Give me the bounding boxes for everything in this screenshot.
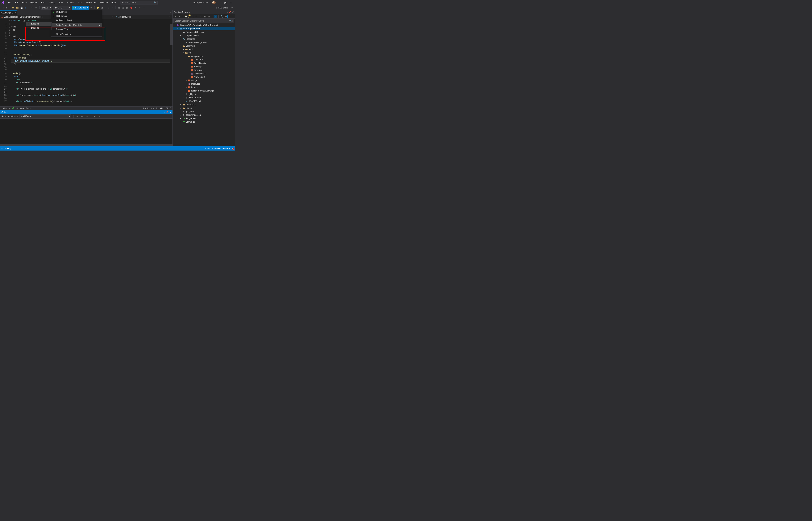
menu-project[interactable]: Project <box>29 1 39 4</box>
expand-toggle[interactable]: ▸ <box>180 121 182 123</box>
redo-button[interactable]: ↷ <box>35 6 38 9</box>
expand-toggle[interactable]: ▸ <box>180 117 182 119</box>
tree-node[interactable]: Counter.js <box>173 58 235 62</box>
script-debugging-submenu[interactable]: ✓EnabledDisabled <box>26 22 52 30</box>
expand-toggle[interactable]: ▸ <box>185 90 187 92</box>
window-minimize-button[interactable]: — <box>217 1 223 5</box>
editor-scrollbar[interactable] <box>170 19 173 106</box>
run-button[interactable]: ▶ IIS Express <box>72 6 89 10</box>
expand-toggle[interactable]: ▸ <box>180 114 182 116</box>
sx-scope-icon[interactable]: 📂▾ <box>188 15 192 18</box>
tree-node[interactable]: NavMenu.js <box>173 75 235 79</box>
run-menu-item[interactable]: Browse With... <box>51 27 102 31</box>
feedback-icon[interactable]: ☺ <box>230 6 234 9</box>
file-tab-counter-js[interactable]: Counter.js ⬕ ✕ <box>0 10 18 15</box>
tree-node[interactable]: ▾🔧Properties <box>173 37 235 41</box>
tab-overflow-icon[interactable]: ▾ <box>170 12 173 14</box>
tree-node[interactable]: ▸⚙appsettings.json <box>173 113 235 117</box>
user-avatar-icon[interactable] <box>212 1 216 4</box>
step-over-icon[interactable]: ⤷ <box>111 6 114 9</box>
run-menu-item[interactable]: Script Debugging (Enabled)▶ <box>51 23 102 27</box>
indent-icon[interactable]: ▤ <box>117 6 120 9</box>
sx-back-icon[interactable]: ◄ <box>174 15 177 18</box>
save-button[interactable]: 💾 <box>20 6 23 9</box>
live-share-button[interactable]: ⇪ Live Share <box>214 6 230 9</box>
misc2-icon[interactable]: ✧ <box>138 6 141 9</box>
tree-node[interactable]: Layout.js <box>173 68 235 72</box>
window-restore-button[interactable]: ▣ <box>223 1 228 5</box>
close-icon[interactable]: ✕ <box>170 111 171 113</box>
chevron-up-icon[interactable]: ▴ <box>229 147 230 150</box>
menu-test[interactable]: Test <box>57 1 64 4</box>
expand-toggle[interactable]: ▾ <box>182 52 184 54</box>
menu-debug[interactable]: Debug <box>47 1 57 4</box>
sx-home-icon[interactable]: 🏠 <box>184 15 188 18</box>
window-close-button[interactable]: ✕ <box>228 1 234 5</box>
solution-tree[interactable]: Solution 'WebApplication4' (1 of 1 proje… <box>173 23 235 146</box>
tree-node[interactable]: ▸Controllers <box>173 103 235 106</box>
window-dropdown-icon[interactable]: ▾ <box>227 11 228 14</box>
tree-node[interactable]: ▦NavMenu.css <box>173 72 235 75</box>
comment-icon[interactable]: ▦ <box>125 6 129 9</box>
zoom-level[interactable]: 100 % <box>1 107 7 110</box>
run-menu-item[interactable]: WebApplication4 <box>51 18 102 22</box>
tree-node[interactable]: FetchData.js <box>173 62 235 65</box>
run-menu-item[interactable]: More Emulators... <box>51 32 102 37</box>
platform-dropdown[interactable]: Any CPU <box>53 6 71 10</box>
tree-node[interactable]: ▸C#Program.cs <box>173 117 235 120</box>
menu-view[interactable]: View <box>20 1 28 4</box>
tree-node[interactable]: ▸⚙package.json <box>173 96 235 99</box>
undo-button[interactable]: ↶ <box>30 6 34 9</box>
sx-preview-icon[interactable]: — <box>224 15 228 18</box>
quick-search-box[interactable]: Search (Ctrl+Q) 🔍 <box>120 1 158 4</box>
run-target-menu[interactable]: ▶IIS Express✓IIS ExpressWebApplication4S… <box>51 10 102 37</box>
sx-view-icon[interactable]: ◧ <box>213 15 217 18</box>
menu-edit[interactable]: Edit <box>13 1 20 4</box>
step-into-icon[interactable]: ⤵ <box>107 6 110 9</box>
solution-explorer-title[interactable]: Solution Explorer ▾ 📌 ✕ <box>173 10 235 14</box>
sx-fwd-icon[interactable]: ► <box>178 15 181 18</box>
submenu-item[interactable]: ✓Enabled <box>26 22 51 26</box>
misc-icon[interactable]: ✦ <box>134 6 137 9</box>
run-menu-item[interactable]: ▶IIS Express <box>51 10 102 14</box>
sx-collapse-icon[interactable]: ▣ <box>203 15 206 18</box>
menu-build[interactable]: Build <box>39 1 47 4</box>
image-icon[interactable]: 🖼 <box>100 6 104 9</box>
tree-node[interactable]: ▦index.css <box>173 82 235 86</box>
expand-toggle[interactable]: ▸ <box>182 48 184 50</box>
tree-node[interactable]: Home.js <box>173 65 235 68</box>
indent-mode[interactable]: SPC <box>159 107 164 110</box>
output-prev-icon[interactable]: ⇤ <box>81 115 84 118</box>
refresh-button[interactable]: ⟳ <box>90 6 93 9</box>
tree-node[interactable]: ▾src <box>173 51 235 54</box>
tree-node[interactable]: ▸⛬Dependencies <box>173 34 235 37</box>
open-button[interactable] <box>16 6 19 9</box>
tree-node[interactable]: ▾components <box>173 54 235 58</box>
configuration-dropdown[interactable]: Debug <box>41 6 52 10</box>
expand-toggle[interactable]: ▸ <box>185 87 187 88</box>
expand-toggle[interactable]: ▸ <box>185 80 187 81</box>
tree-node[interactable]: ▾ClientApp <box>173 44 235 48</box>
tree-node[interactable]: ▸Pages <box>173 106 235 110</box>
expand-toggle[interactable]: ▾ <box>185 55 187 57</box>
window-dropdown-icon[interactable]: ▾ <box>164 111 165 113</box>
output-text[interactable] <box>0 119 173 146</box>
pin-icon[interactable]: 📌 <box>166 111 168 113</box>
tree-node[interactable]: ▸registerServiceWorker.js <box>173 89 235 93</box>
outdent-icon[interactable]: ▥ <box>121 6 125 9</box>
add-source-control[interactable]: Add to Source Control <box>207 147 228 150</box>
browser-link-icon[interactable]: 📁 <box>96 6 99 9</box>
bookmark-icon[interactable]: 🔖 <box>130 6 133 9</box>
close-icon[interactable]: ✕ <box>14 12 16 14</box>
run-menu-item[interactable]: ✓IIS Express <box>51 14 102 18</box>
tree-node[interactable]: ▸App.js <box>173 79 235 82</box>
output-title-bar[interactable]: Output ▾ 📌 ✕ <box>0 110 173 114</box>
output-goto-icon[interactable]: ⇥ <box>76 115 79 118</box>
tree-node[interactable]: ⚙launchSettings.json <box>173 41 235 44</box>
issues-text[interactable]: No issues found <box>16 107 31 110</box>
expand-toggle[interactable]: ▾ <box>180 45 182 47</box>
menu-help[interactable]: Help <box>110 1 117 4</box>
new-item-button[interactable] <box>12 6 15 9</box>
output-source-dropdown[interactable]: IntelliSense <box>20 114 71 118</box>
output-next-icon[interactable]: ⇨ <box>85 115 89 118</box>
